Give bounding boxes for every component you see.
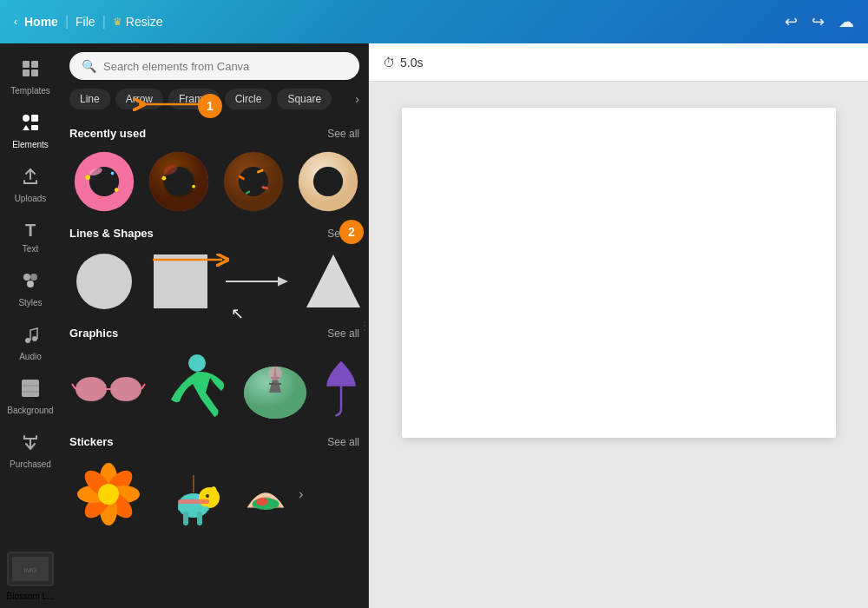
stickers-row: › — [69, 455, 359, 533]
sidebar: Templates Elements Uploads — [0, 43, 61, 608]
donut-item-3[interactable] — [219, 147, 288, 216]
styles-label: Styles — [18, 298, 42, 307]
search-bar[interactable]: 🔍 — [69, 52, 359, 80]
canvas-area: ⏱ 5.0s — [369, 43, 868, 608]
svg-rect-13 — [22, 380, 39, 397]
home-button[interactable]: Home — [24, 15, 58, 29]
canvas-main[interactable] — [369, 82, 868, 608]
sidebar-item-styles[interactable]: Styles — [0, 262, 61, 316]
sidebar-item-elements[interactable]: Elements — [0, 104, 61, 158]
stickers-scroll-right[interactable]: › — [299, 486, 303, 502]
chip-line[interactable]: Line — [69, 89, 110, 109]
sidebar-item-templates[interactable]: Templates — [0, 50, 61, 104]
sidebar-item-uploads[interactable]: Uploads — [0, 158, 61, 212]
chips-row: Line Arrow Frame Circle Square › — [61, 85, 368, 116]
home-label: Home — [24, 15, 58, 29]
stickers-see-all[interactable]: See all — [327, 436, 359, 448]
purchased-label: Purchased — [10, 459, 51, 469]
sticker-pinata[interactable] — [155, 455, 233, 533]
chip-circle[interactable]: Circle — [225, 89, 273, 109]
undo-button[interactable]: ↩ — [785, 12, 798, 31]
svg-point-40 — [313, 167, 343, 196]
shape-square[interactable] — [146, 247, 215, 316]
file-button[interactable]: File — [76, 15, 95, 29]
chip-frame[interactable]: Frame — [168, 89, 220, 109]
separator2: | — [102, 14, 106, 30]
svg-rect-71 — [197, 512, 202, 525]
graphics-see-all[interactable]: See all — [327, 327, 359, 340]
sidebar-item-audio[interactable]: Audio — [0, 316, 61, 370]
graphic-person[interactable] — [153, 347, 231, 425]
clock-icon: ⏱ — [383, 56, 395, 69]
cloud-save-button[interactable]: ☁ — [838, 12, 854, 31]
svg-point-41 — [76, 254, 132, 309]
chip-square[interactable]: Square — [277, 89, 332, 109]
donut-item-1[interactable] — [69, 147, 139, 216]
graphic-umbrella[interactable] — [319, 347, 363, 425]
crown-icon: ♛ — [113, 16, 122, 28]
graphics-header: Graphics See all — [69, 327, 359, 340]
svg-rect-3 — [31, 69, 38, 76]
canvas-page[interactable] — [402, 108, 836, 438]
shape-circle[interactable] — [69, 247, 139, 316]
sidebar-item-text[interactable]: T Text — [0, 212, 61, 262]
background-icon — [21, 379, 40, 402]
svg-point-23 — [115, 188, 119, 192]
sticker-taco[interactable] — [240, 455, 292, 533]
sidebar-bottom: IMG Blossom L... — [0, 546, 61, 608]
recently-used-header: Recently used See all — [69, 127, 359, 140]
donut-item-4[interactable] — [293, 147, 363, 216]
redo-button[interactable]: ↪ — [812, 12, 825, 31]
search-icon: 🔍 — [82, 59, 96, 73]
resize-label: Resize — [126, 15, 163, 29]
svg-rect-0 — [23, 61, 30, 68]
svg-line-50 — [141, 384, 145, 389]
text-icon: T — [25, 221, 36, 241]
svg-point-22 — [85, 175, 90, 180]
shape-triangle[interactable] — [299, 247, 368, 316]
main-area: Templates Elements Uploads — [0, 43, 868, 608]
chips-scroll-right[interactable]: › — [355, 92, 359, 106]
donut-item-2[interactable] — [144, 147, 214, 216]
stickers-title: Stickers — [69, 435, 114, 448]
svg-rect-2 — [23, 69, 30, 76]
svg-point-9 — [30, 274, 37, 281]
topbar: ‹ Home | File | ♛ Resize ↩ ↪ ☁ — [0, 0, 868, 43]
chip-arrow[interactable]: Arrow — [115, 89, 163, 109]
svg-marker-6 — [23, 125, 30, 130]
canvas-time-display: ⏱ 5.0s — [383, 56, 423, 69]
graphic-globe[interactable] — [236, 347, 314, 425]
sticker-flower[interactable] — [69, 455, 148, 533]
svg-point-32 — [192, 185, 195, 188]
svg-marker-45 — [306, 254, 360, 307]
resize-button[interactable]: ♛ Resize — [113, 15, 163, 29]
blossom-thumbnail[interactable]: IMG — [7, 552, 54, 586]
graphic-glasses[interactable] — [69, 347, 148, 425]
panel-resize-handle[interactable]: ⋮ — [361, 43, 368, 608]
graphics-row: › — [69, 347, 359, 425]
svg-point-51 — [188, 354, 206, 372]
svg-point-58 — [268, 367, 282, 380]
back-icon[interactable]: ‹ — [14, 16, 17, 28]
recently-used-see-all[interactable]: See all — [327, 128, 359, 140]
lines-shapes-header: Lines & Shapes See all — [69, 227, 359, 240]
svg-rect-42 — [154, 254, 207, 308]
audio-label: Audio — [19, 352, 42, 361]
svg-rect-7 — [31, 125, 38, 130]
svg-point-25 — [111, 172, 115, 175]
separator: | — [65, 14, 69, 30]
lines-shapes-section: Lines & Shapes See all 2 — [69, 227, 359, 316]
stickers-header: Stickers See all — [69, 435, 359, 448]
shape-arrow[interactable]: ↖ — [222, 247, 292, 316]
svg-point-34 — [239, 167, 268, 196]
svg-point-12 — [32, 336, 37, 341]
svg-rect-75 — [178, 499, 209, 504]
svg-rect-70 — [183, 512, 188, 525]
lines-shapes-see-all[interactable]: See all — [327, 228, 359, 240]
panel-scroll-area[interactable]: Recently used See all — [61, 116, 368, 608]
sidebar-item-purchased[interactable]: Purchased — [0, 424, 61, 478]
canvas-toolbar: ⏱ 5.0s — [369, 43, 868, 82]
search-input[interactable] — [103, 60, 347, 73]
sidebar-item-background[interactable]: Background — [0, 370, 61, 424]
svg-point-24 — [98, 196, 102, 200]
